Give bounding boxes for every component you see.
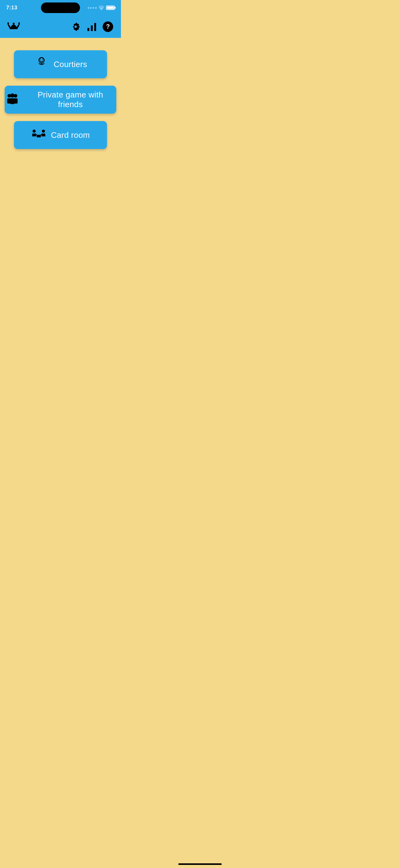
svg-rect-3 — [88, 28, 89, 31]
wifi-icon — [99, 6, 104, 10]
card-room-button[interactable]: Card room — [14, 121, 107, 149]
jester-icon — [7, 21, 20, 33]
header-right-icons: ? — [70, 21, 113, 32]
battery-icon — [106, 6, 115, 10]
help-button[interactable]: ? — [102, 21, 113, 32]
gear-icon — [70, 21, 81, 32]
chart-icon — [87, 22, 97, 32]
svg-rect-24 — [10, 98, 15, 104]
svg-point-1 — [18, 22, 20, 24]
svg-point-2 — [13, 23, 14, 25]
private-game-label: Private game with friends — [25, 90, 116, 109]
settings-button[interactable] — [70, 21, 81, 32]
logo-button[interactable] — [7, 21, 20, 33]
svg-point-0 — [7, 22, 9, 24]
svg-line-13 — [42, 57, 43, 58]
signal-icon — [88, 7, 97, 9]
status-time: 7:13 — [6, 5, 18, 11]
svg-point-15 — [40, 60, 41, 60]
group-icon — [5, 92, 20, 107]
card-room-label: Card room — [51, 130, 90, 140]
person-icon — [34, 57, 49, 72]
help-icon: ? — [102, 21, 113, 32]
svg-point-26 — [42, 130, 45, 133]
svg-line-11 — [40, 57, 41, 58]
header-bar: ? — [0, 16, 121, 38]
courtiers-button[interactable]: Courtiers — [14, 50, 107, 78]
card-table-icon — [31, 127, 46, 143]
private-game-button[interactable]: Private game with friends — [5, 86, 116, 114]
main-content: Courtiers Private game with friends — [0, 38, 121, 262]
svg-rect-5 — [94, 23, 96, 31]
svg-rect-4 — [91, 26, 93, 31]
svg-point-23 — [10, 93, 14, 97]
svg-text:?: ? — [106, 23, 110, 30]
svg-point-16 — [42, 60, 43, 60]
dynamic-island — [41, 2, 80, 13]
status-icons — [88, 6, 115, 10]
status-bar: 7:13 — [0, 0, 121, 16]
svg-point-25 — [33, 130, 36, 133]
stats-button[interactable] — [87, 22, 97, 32]
courtiers-label: Courtiers — [54, 60, 87, 69]
